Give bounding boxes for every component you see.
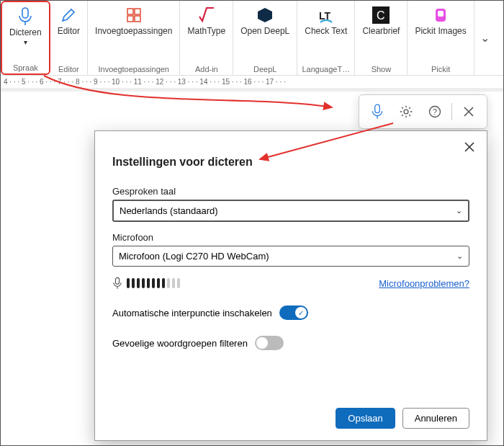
ribbon-group-langtool: LT Check Text LanguageT…	[297, 1, 355, 75]
dictation-settings-dialog: Instellingen voor dicteren Gesproken taa…	[94, 130, 487, 441]
mathtype-button[interactable]: MathType	[184, 4, 228, 37]
editor-button[interactable]: Editor	[55, 4, 83, 37]
ribbon-group-mathtype: MathType Add-in	[180, 1, 233, 75]
mic-icon	[15, 6, 35, 27]
ribbon-group-deepl: Open DeepL DeepL	[233, 1, 297, 75]
opendeepl-label: Open DeepL	[240, 27, 289, 36]
gear-icon	[399, 104, 413, 119]
svg-marker-6	[258, 8, 272, 22]
pickit-icon	[431, 5, 451, 25]
microphone-label: Microfoon	[112, 232, 469, 243]
pen-icon	[58, 5, 78, 25]
svg-rect-3	[135, 9, 140, 14]
group-label-mathtype: Add-in	[195, 65, 218, 73]
save-button[interactable]: Opslaan	[336, 408, 395, 429]
ruler-marks: 4 · · · 5 · · · 6 · · · 7 · · · 8 · · · …	[4, 78, 286, 86]
mic-problems-link[interactable]: Microfoonproblemen?	[379, 278, 469, 289]
dicteren-label: Dicteren	[9, 28, 42, 37]
svg-text:?: ?	[433, 107, 437, 116]
invoegtoepassingen-label: Invoegtoepassingen	[95, 27, 172, 36]
dictation-mic-button[interactable]	[364, 98, 391, 125]
pickit-button[interactable]: Pickit Images	[412, 4, 469, 37]
cancel-button[interactable]: Annuleren	[402, 408, 469, 429]
auto-punct-label: Automatische interpunctie inschakelen	[112, 308, 272, 318]
mic-level-meter	[112, 277, 180, 290]
sensitive-filter-toggle[interactable]	[255, 336, 284, 350]
svg-rect-2	[127, 9, 133, 14]
svg-point-14	[404, 110, 408, 114]
dictation-toolbar: ?	[359, 94, 487, 129]
mic-icon	[112, 277, 122, 290]
spoken-language-label: Gesproken taal	[112, 186, 469, 197]
group-label-editor: Editor	[58, 65, 79, 73]
svg-rect-17	[115, 277, 119, 284]
ribbon-group-pickit: Pickit Images Pickit	[408, 1, 474, 75]
svg-text:C: C	[377, 9, 385, 22]
svg-rect-11	[438, 11, 444, 17]
clearbrief-label: Clearbrief	[362, 27, 400, 36]
group-label-deepl: DeepL	[253, 65, 276, 73]
opendeepl-button[interactable]: Open DeepL	[238, 4, 292, 37]
editor-label: Editor	[58, 27, 80, 36]
spoken-language-value: Nederlands (standaard)	[120, 205, 218, 216]
microphone-value: Microfoon (Logi C270 HD WebCam)	[119, 251, 269, 262]
deepl-icon	[255, 5, 275, 25]
dialog-title: Instellingen voor dicteren	[112, 156, 469, 169]
dictation-settings-button[interactable]	[392, 98, 420, 125]
clearbrief-icon: C	[371, 5, 391, 25]
grid-icon	[124, 5, 144, 25]
ribbon-overflow-chevron[interactable]: ⌄	[474, 31, 495, 45]
svg-rect-4	[127, 16, 133, 22]
dialog-close-button[interactable]	[459, 137, 480, 157]
group-label-langtool: LanguageT…	[302, 65, 350, 73]
pickit-label: Pickit Images	[415, 27, 466, 36]
sensitive-filter-label: Gevoelige woordgroepen filteren	[112, 338, 248, 349]
mathtype-label: MathType	[187, 27, 225, 36]
group-label-spraak: Spraak	[13, 63, 38, 72]
ribbon-group-editor: Editor Editor	[50, 1, 88, 75]
microphone-select[interactable]: Microfoon (Logi C270 HD WebCam) ⌄	[112, 246, 469, 267]
dictation-close-button[interactable]	[455, 98, 482, 125]
group-label-show: Show	[372, 65, 392, 73]
dictation-help-button[interactable]: ?	[421, 98, 449, 125]
spoken-language-select[interactable]: Nederlands (standaard) ⌄	[112, 200, 469, 222]
chevron-down-icon: ⌄	[456, 206, 462, 215]
divider	[451, 103, 452, 120]
svg-rect-12	[375, 104, 380, 112]
mic-icon	[371, 104, 384, 120]
checktext-button[interactable]: LT Check Text	[302, 4, 350, 37]
svg-rect-0	[22, 8, 28, 18]
sqrt-icon	[197, 5, 217, 25]
ribbon-group-spraak: Dicteren ▾ Spraak	[1, 1, 50, 75]
group-label-addins: Invoegtoepassingen	[99, 65, 169, 73]
ribbon-group-addins: Invoegtoepassingen Invoegtoepassingen	[88, 1, 180, 75]
lt-icon: LT	[316, 5, 336, 25]
dicteren-button[interactable]: Dicteren ▾	[6, 5, 45, 48]
chevron-down-icon: ▾	[24, 39, 27, 46]
checktext-label: Check Text	[305, 27, 347, 36]
ribbon: Dicteren ▾ Spraak Editor Editor Invoegto…	[1, 1, 503, 76]
ribbon-group-clearbrief: C Clearbrief Show	[355, 1, 408, 75]
close-icon	[464, 142, 474, 152]
svg-rect-5	[135, 16, 140, 22]
clearbrief-button[interactable]: C Clearbrief	[359, 4, 402, 37]
help-icon: ?	[428, 104, 442, 119]
close-icon	[464, 107, 474, 117]
group-label-pickit: Pickit	[431, 65, 450, 73]
chevron-down-icon: ⌄	[456, 251, 463, 261]
ruler: 4 · · · 5 · · · 6 · · · 7 · · · 8 · · · …	[1, 76, 503, 89]
auto-punct-toggle[interactable]: ✓	[279, 305, 308, 320]
invoegtoepassingen-button[interactable]: Invoegtoepassingen	[92, 4, 175, 37]
